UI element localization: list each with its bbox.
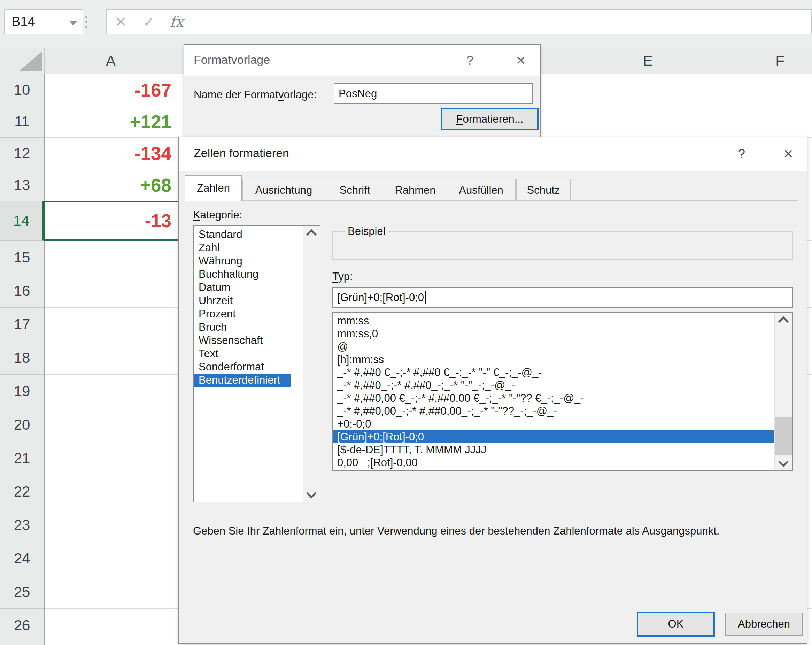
scroll-down-icon[interactable]	[778, 457, 789, 467]
name-box-dropdown-icon[interactable]	[69, 21, 77, 26]
style-name-input[interactable]: PosNeg	[334, 83, 533, 104]
row-header-26[interactable]: 26	[0, 609, 44, 642]
enter-entry-icon[interactable]: ✓	[135, 14, 163, 30]
row-header-11[interactable]: 11	[0, 106, 44, 138]
row-header-19[interactable]: 19	[0, 374, 44, 408]
scroll-up-icon[interactable]	[778, 316, 789, 327]
row-header-20[interactable]: 20	[0, 408, 44, 442]
category-item-wissenschaft[interactable]: Wissenschaft	[194, 334, 291, 347]
tab-schrift[interactable]: Schrift	[326, 179, 384, 201]
name-box-value: B14	[5, 14, 35, 29]
tab-bar: ZahlenAusrichtungSchriftRahmenAusfüllenS…	[185, 175, 571, 201]
type-option[interactable]: _-* #,##0 €_-;-* #,##0 €_-;_-* "-" €_-;_…	[333, 366, 775, 379]
tab-ausfüllen[interactable]: Ausfüllen	[447, 179, 516, 201]
tab-rahmen[interactable]: Rahmen	[385, 179, 446, 201]
category-item-standard[interactable]: Standard	[194, 228, 291, 241]
style-dialog: Formatvorlage ? ✕ Name der Formatvorlage…	[184, 44, 540, 138]
type-option[interactable]: 0,00_ ;[Rot]-0,00	[333, 456, 775, 469]
category-item-datum[interactable]: Datum	[194, 281, 291, 294]
cell-a13-value[interactable]: +68	[44, 170, 177, 201]
category-item-text[interactable]: Text	[194, 347, 291, 360]
tab-ausrichtung[interactable]: Ausrichtung	[243, 179, 325, 201]
help-icon[interactable]: ?	[732, 144, 751, 164]
row-header-column: 1011121314151617181920212223242526	[0, 74, 44, 645]
type-option[interactable]: _-* #,##0_-;-* #,##0_-;_-* "-"_-;_-@_-	[333, 379, 775, 392]
format-button[interactable]: Formatieren...	[441, 108, 539, 130]
help-icon[interactable]: ?	[460, 51, 480, 70]
category-item-bruch[interactable]: Bruch	[194, 321, 291, 334]
row-header-14[interactable]: 14	[0, 201, 44, 241]
select-all-triangle-icon	[20, 52, 42, 71]
select-all-corner[interactable]	[0, 48, 44, 73]
category-item-währung[interactable]: Währung	[194, 254, 291, 267]
type-scrollbar[interactable]	[774, 313, 792, 471]
type-option[interactable]: +0;-0;0	[333, 417, 775, 430]
category-label: Kategorie:	[193, 209, 242, 221]
format-cells-title: Zellen formatieren	[194, 146, 289, 160]
row-header-17[interactable]: 17	[0, 308, 44, 341]
category-item-benutzerdefiniert[interactable]: Benutzerdefiniert	[194, 373, 291, 387]
category-listbox[interactable]: StandardZahlWährungBuchhaltungDatumUhrze…	[193, 225, 321, 503]
type-option[interactable]: mm:ss	[333, 314, 775, 327]
category-item-uhrzeit[interactable]: Uhrzeit	[194, 294, 291, 307]
column-header-f[interactable]: F	[717, 48, 812, 73]
type-option[interactable]: [Grün]+0;[Rot]-0;0	[333, 430, 775, 443]
row-header-10[interactable]: 10	[0, 74, 44, 106]
cancel-entry-icon[interactable]: ✕	[107, 14, 135, 30]
type-input[interactable]: [Grün]+0;[Rot]-0;0	[332, 287, 793, 308]
type-listbox[interactable]: mm:ssmm:ss,0@[h]:mm:ss_-* #,##0 €_-;-* #…	[332, 312, 793, 471]
row-header-16[interactable]: 16	[0, 274, 44, 308]
row-header-24[interactable]: 24	[0, 542, 44, 575]
type-label: Typ:	[332, 271, 353, 283]
type-option[interactable]: @	[333, 340, 775, 353]
type-option[interactable]: mm:ss,0	[333, 327, 775, 340]
close-icon[interactable]: ✕	[778, 144, 798, 164]
style-name-value: PosNeg	[339, 87, 377, 100]
type-option[interactable]: [h]:mm:ss	[333, 353, 775, 366]
cell-a10-value[interactable]: -167	[44, 74, 177, 105]
row-header-25[interactable]: 25	[0, 575, 44, 609]
ok-button[interactable]: OK	[637, 611, 715, 637]
cancel-button[interactable]: Abbrechen	[725, 613, 803, 636]
scroll-down-icon[interactable]	[306, 488, 317, 499]
name-box[interactable]: B14	[4, 9, 83, 35]
formula-bar-divider: ⋮	[82, 8, 90, 35]
type-input-value: [Grün]+0;[Rot]-0;0	[337, 291, 424, 304]
category-scrollbar[interactable]	[303, 226, 320, 502]
type-option[interactable]: _-* #,##0,00_-;-* #,##0,00_-;_-* "-"??_-…	[333, 405, 775, 417]
cell-a11-value[interactable]: +121	[44, 106, 177, 137]
type-option[interactable]: [$-de-DE]TTTT, T. MMMM JJJJ	[333, 443, 775, 456]
row-header-22[interactable]: 22	[0, 475, 44, 508]
format-cells-dialog: Zellen formatieren ? ✕ ZahlenAusrichtung…	[179, 137, 807, 643]
row-header-12[interactable]: 12	[0, 138, 44, 170]
active-cell-selection-border	[44, 201, 180, 241]
style-dialog-title: Formatvorlage	[194, 53, 270, 67]
row-header-15[interactable]: 15	[0, 241, 44, 274]
column-header-e[interactable]: E	[579, 48, 717, 73]
style-name-label: Name der Formatvorlage:	[194, 89, 317, 101]
cell-a12-value[interactable]: -134	[44, 138, 177, 169]
scrollbar-thumb[interactable]	[775, 417, 792, 455]
insert-function-icon[interactable]: fx	[163, 13, 191, 30]
example-groupbox: Beispiel	[332, 225, 793, 260]
scroll-up-icon[interactable]	[306, 229, 317, 240]
row-header-13[interactable]: 13	[0, 170, 44, 201]
type-option[interactable]: _-* #,##0,00 €_-;-* #,##0,00 €_-;_-* "-"…	[333, 392, 775, 405]
formula-bar[interactable]: ✕ ✓ fx	[106, 9, 812, 35]
row-header-18[interactable]: 18	[0, 341, 44, 374]
category-item-zahl[interactable]: Zahl	[194, 241, 291, 254]
close-icon[interactable]: ✕	[511, 51, 531, 70]
column-header-a[interactable]: A	[44, 48, 177, 73]
custom-format-hint: Geben Sie Ihr Zahlenformat ein, unter Ve…	[193, 525, 806, 537]
tab-zahlen[interactable]: Zahlen	[185, 175, 242, 201]
category-item-sonderformat[interactable]: Sonderformat	[194, 360, 291, 373]
text-cursor	[425, 291, 426, 304]
example-label: Beispiel	[345, 225, 388, 238]
category-item-buchhaltung[interactable]: Buchhaltung	[194, 267, 291, 281]
tab-schutz[interactable]: Schutz	[516, 179, 571, 201]
category-item-prozent[interactable]: Prozent	[194, 307, 291, 321]
row-header-21[interactable]: 21	[0, 442, 44, 475]
row-header-23[interactable]: 23	[0, 508, 44, 542]
